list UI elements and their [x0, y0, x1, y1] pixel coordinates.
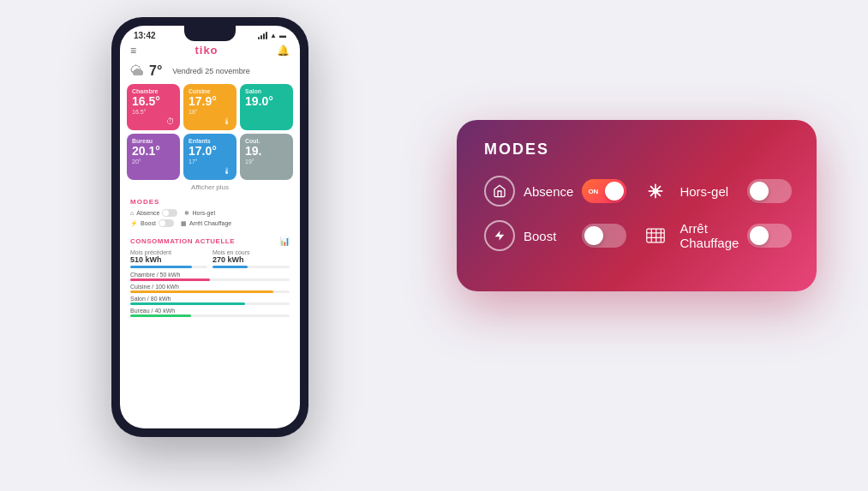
modes-title-small: MODES — [130, 198, 290, 206]
room-temp: 17.9° — [189, 94, 231, 109]
consumption-header: CONSOMMATION ACTUELLE 📊 — [130, 237, 290, 246]
prev-period-col: Mois précédent 510 kWh — [130, 249, 207, 268]
room-name: Bureau — [132, 138, 175, 144]
phone-notch — [184, 26, 236, 41]
toggle-on-label: ON — [588, 188, 598, 195]
mode-absence-row: Absence ON — [484, 176, 626, 207]
prev-value: 510 kWh — [130, 255, 207, 264]
status-icons: ▲ ▬ — [258, 32, 286, 39]
mode-arret-row: Arrêt Chauffage — [640, 220, 792, 251]
modes-section-small: MODES ⌂ Absence ❄ Hors-gel ⚡ Boos — [120, 195, 300, 233]
modes-row-1: ⌂ Absence ❄ Hors-gel — [130, 209, 290, 217]
boost-toggle[interactable] — [582, 224, 626, 248]
room-bar-chambre: Chambre / 50 kWh — [130, 272, 290, 281]
app-header: ≡ tiko 🔔 — [120, 42, 300, 60]
room-icon: 🌡 — [223, 166, 231, 176]
mode-boost-small[interactable]: ⚡ Boost — [130, 219, 174, 227]
room-bar-bureau: Bureau / 40 kWh — [130, 308, 290, 317]
room-bar-salon: Salon / 80 kWh — [130, 296, 290, 305]
curr-value: 270 kWh — [213, 255, 290, 264]
room-target: 16.5° — [132, 109, 175, 115]
horsgel-label-small: Hors-gel — [192, 210, 214, 216]
menu-icon[interactable]: ≡ — [130, 45, 136, 57]
room-temp: 19. — [245, 144, 288, 159]
weather-bar: 🌥 7° Vendredi 25 novembre — [120, 60, 300, 84]
mode-horsgel-row: Hors-gel — [640, 176, 792, 207]
consumption-cols: Mois précédent 510 kWh Mois en cours 270… — [130, 249, 290, 268]
phone-screen: 13:42 ▲ ▬ ≡ tiko 🔔 🌥 7° Vendredi — [120, 26, 300, 428]
room-card-couloir[interactable]: Coul. 19. 19° — [240, 134, 293, 180]
room-card-chambre[interactable]: Chambre 16.5° 16.5° ⏱ — [127, 84, 180, 130]
room-temp: 19.0° — [245, 94, 288, 109]
room-temp: 17.0° — [189, 144, 231, 159]
room-temp: 20.1° — [132, 144, 175, 159]
mode-absence-small[interactable]: ⌂ Absence — [130, 209, 177, 217]
room-name: Coul. — [245, 138, 288, 144]
modes-card-title: MODES — [484, 141, 789, 159]
horsgel-icon-small: ❄ — [184, 210, 189, 217]
curr-period-col: Mois en cours 270 kWh — [213, 249, 290, 268]
room-card-bureau[interactable]: Bureau 20.1° 20° — [127, 134, 180, 180]
room-target: 20° — [132, 159, 175, 165]
arret-toggle[interactable] — [747, 224, 792, 248]
modes-card: MODES Absence ON — [457, 120, 817, 291]
curr-period-label: Mois en cours — [213, 249, 290, 255]
room-card-cuisine[interactable]: Cuisine 17.9° 18° 🌡 — [183, 84, 236, 130]
absence-toggle-small[interactable] — [162, 209, 177, 217]
room-grid: Chambre 16.5° 16.5° ⏱ Cuisine 17.9° 18° … — [120, 84, 300, 180]
svg-marker-5 — [495, 231, 505, 241]
room-bar-cuisine: Cuisine / 100 kWh — [130, 284, 290, 293]
room-icon: 🌡 — [223, 117, 231, 126]
app-logo: tiko — [195, 44, 218, 57]
chart-icon[interactable]: 📊 — [279, 237, 290, 246]
modes-grid: Absence ON Hors-gel — [484, 176, 789, 251]
toggle-thumb — [584, 226, 603, 245]
room-card-enfants[interactable]: Enfants 17.0° 17° 🌡 — [183, 134, 236, 180]
room-card-salon[interactable]: Salon 19.0° — [240, 84, 293, 130]
boost-icon — [484, 220, 515, 251]
room-icon: ⏱ — [166, 117, 175, 126]
room-target: 17° — [189, 159, 231, 165]
room-temp: 16.5° — [132, 94, 175, 109]
wifi-icon: ▲ — [270, 32, 277, 39]
arret-icon — [640, 220, 671, 251]
absence-toggle[interactable]: ON — [582, 179, 626, 203]
weather-icon: 🌥 — [130, 63, 144, 79]
arret-icon-small: ▦ — [181, 220, 187, 227]
show-more-button[interactable]: Afficher plus — [120, 180, 300, 195]
horsgel-label: Hors-gel — [679, 184, 739, 199]
bell-icon[interactable]: 🔔 — [277, 45, 290, 57]
boost-label-small: Boost — [141, 220, 156, 226]
consumption-section: CONSOMMATION ACTUELLE 📊 Mois précédent 5… — [120, 233, 300, 323]
room-name: Enfants — [189, 138, 231, 144]
prev-period-label: Mois précédent — [130, 249, 207, 255]
signal-icon — [258, 32, 267, 39]
boost-icon-small: ⚡ — [130, 220, 138, 227]
absence-icon — [484, 176, 515, 207]
room-target: 18° — [189, 109, 231, 115]
arret-label-small: Arrêt Chauffage — [189, 220, 231, 226]
mode-boost-row: Boost — [484, 220, 626, 251]
boost-label: Boost — [524, 229, 573, 243]
mode-arret-small[interactable]: ▦ Arrêt Chauffage — [181, 220, 231, 227]
toggle-thumb — [750, 226, 769, 245]
date-display: Vendredi 25 novembre — [172, 67, 250, 75]
arret-label: Arrêt Chauffage — [679, 221, 739, 250]
consumption-title: CONSOMMATION ACTUELLE — [130, 237, 235, 245]
svg-rect-6 — [647, 229, 664, 243]
phone-frame: 13:42 ▲ ▬ ≡ tiko 🔔 🌥 7° Vendredi — [111, 17, 308, 437]
room-name: Cuisine — [189, 88, 231, 94]
room-name: Salon — [245, 88, 288, 94]
room-target: 19° — [245, 159, 288, 165]
boost-toggle-small[interactable] — [159, 219, 174, 227]
status-time: 13:42 — [134, 31, 156, 40]
horsgel-toggle[interactable] — [747, 179, 792, 203]
horsgel-icon — [640, 176, 671, 207]
absence-label-small: Absence — [136, 210, 159, 216]
absence-icon-small: ⌂ — [130, 210, 134, 216]
absence-label: Absence — [524, 184, 573, 199]
mode-horsgel-small[interactable]: ❄ Hors-gel — [184, 210, 214, 217]
weather-temp: 7° — [149, 63, 162, 79]
phone-mockup: 13:42 ▲ ▬ ≡ tiko 🔔 🌥 7° Vendredi — [111, 17, 308, 437]
battery-icon: ▬ — [279, 32, 286, 39]
